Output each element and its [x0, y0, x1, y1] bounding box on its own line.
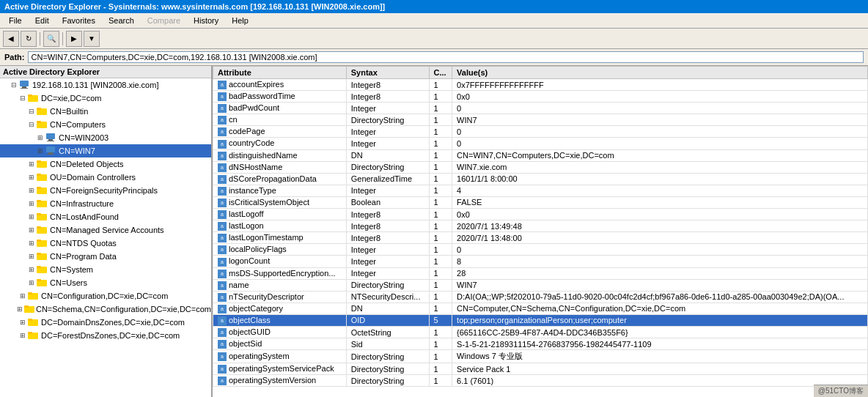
refresh-button[interactable]: ↻ [21, 31, 37, 47]
down-button[interactable]: ▼ [84, 31, 100, 47]
tree-expand-icon[interactable]: ⊞ [18, 330, 28, 341]
svg-text:a: a [221, 200, 224, 205]
tree-item[interactable]: ⊞CN=Program Data [0, 250, 211, 263]
tree-item[interactable]: ⊞CN=Managed Service Accounts [0, 223, 211, 237]
tree-node-icon [37, 185, 48, 196]
toolbar-separator-2 [62, 32, 63, 45]
tree-item-label: 192.168.10.131 [WIN2008.xie.com] [32, 79, 158, 91]
svg-rect-32 [37, 266, 41, 268]
tree-expand-icon[interactable]: ⊞ [35, 133, 45, 143]
table-row[interactable]: acountryCodeInteger10 [213, 138, 868, 149]
tree-item[interactable]: ⊞CN=NTDS Quotas [0, 237, 211, 250]
tree-expand-icon[interactable]: ⊟ [18, 93, 28, 103]
tree-node-icon [37, 159, 48, 169]
tree-item[interactable]: ⊞OU=Domain Controllers [0, 171, 211, 184]
table-row[interactable]: aaccountExpiresInteger810x7FFFFFFFFFFFFF… [213, 79, 868, 91]
menu-item-file[interactable]: File [3, 15, 28, 26]
table-row[interactable]: acodePageInteger10 [213, 126, 868, 138]
table-row[interactable]: aoperatingSystemServicePackDirectoryStri… [213, 363, 868, 375]
table-row[interactable]: anameDirectoryString1WIN7 [213, 279, 868, 291]
table-row[interactable]: amsDS-SupportedEncryption...Integer128 [213, 267, 868, 279]
menu-item-favorites[interactable]: Favorites [56, 15, 101, 26]
tree-expand-icon[interactable]: ⊞ [26, 159, 37, 169]
svg-rect-4 [28, 94, 32, 97]
cell-attribute: aoperatingSystemVersion [213, 375, 347, 387]
table-row[interactable]: acnDirectoryString1WIN7 [213, 114, 868, 126]
tree-item[interactable]: ⊞CN=System [0, 263, 211, 276]
table-row[interactable]: abadPasswordTimeInteger810x0 [213, 91, 868, 103]
tree-expand-icon[interactable]: ⊞ [35, 146, 45, 156]
tree-expand-icon[interactable]: ⊞ [26, 238, 37, 248]
tree-node-icon [37, 119, 48, 130]
tree-item[interactable]: ⊞CN=ForeignSecurityPrincipals [0, 184, 211, 197]
tree-item[interactable]: ⊞CN=Users [0, 276, 211, 289]
tree-item[interactable]: ⊞CN=WIN2003 [0, 131, 211, 144]
search-button[interactable]: 🔍 [43, 31, 59, 47]
cell-attribute: amsDS-SupportedEncryption... [213, 267, 347, 279]
tree-expand-icon[interactable]: ⊞ [18, 317, 28, 327]
table-row[interactable]: aobjectSidSid1S-1-5-21-2189311154-276683… [213, 338, 868, 350]
tree-item[interactable]: ⊞DC=ForestDnsZones,DC=xie,DC=com [0, 329, 211, 342]
back-button[interactable]: ◀ [3, 31, 19, 47]
menu-item-edit[interactable]: Edit [29, 15, 55, 26]
tree-expand-icon[interactable]: ⊞ [26, 212, 37, 222]
table-row[interactable]: aobjectCategoryDN1CN=Computer,CN=Schema,… [213, 303, 868, 314]
tree-expand-icon[interactable]: ⊞ [26, 185, 37, 196]
tree-item-label: DC=DomainDnsZones,DC=xie,DC=com [41, 316, 185, 328]
svg-text:a: a [221, 141, 224, 146]
table-row[interactable]: aoperatingSystemDirectoryString1Windows … [213, 350, 868, 363]
tree-expand-icon[interactable]: ⊟ [26, 119, 37, 130]
tree-item[interactable]: ⊞CN=Infrastructure [0, 197, 211, 210]
cell-count: 1 [429, 244, 452, 256]
table-row[interactable]: anTSecurityDescriptorNTSecurityDescri...… [213, 291, 868, 303]
tree-expand-icon[interactable]: ⊟ [26, 106, 37, 116]
menu-item-search[interactable]: Search [103, 15, 140, 26]
tree-item[interactable]: ⊟CN=Computers [0, 118, 211, 131]
tree-item[interactable]: ⊞CN=LostAndFound [0, 210, 211, 223]
cell-syntax: Integer [346, 244, 429, 256]
cell-count: 1 [429, 256, 452, 267]
table-row[interactable]: adNSHostNameDirectoryString1WIN7.xie.com [213, 161, 868, 173]
tree-expand-icon[interactable]: ⊞ [15, 304, 24, 314]
table-row[interactable]: alocalPolicyFlagsInteger10 [213, 244, 868, 256]
table-row[interactable]: adSCorePropagationDataGeneralizedTime116… [213, 173, 868, 185]
tree-expand-icon[interactable]: ⊞ [26, 278, 37, 288]
cell-count: 1 [429, 79, 452, 91]
table-row[interactable]: ainstanceTypeInteger14 [213, 185, 868, 196]
tree-item[interactable]: ⊞CN=Configuration,DC=xie,DC=com [0, 289, 211, 303]
table-row[interactable]: aisCriticalSystemObjectBoolean1FALSE [213, 196, 868, 208]
tree-item[interactable]: ⊟DC=xie,DC=com [0, 92, 211, 105]
tree-expand-icon[interactable]: ⊞ [26, 251, 37, 261]
table-row[interactable]: abadPwdCountInteger10 [213, 103, 868, 114]
tree-expand-icon[interactable]: ⊞ [26, 198, 37, 209]
table-row[interactable]: aobjectClassOID5top;person;organizationa… [213, 314, 868, 326]
table-row[interactable]: adistinguishedNameDN1CN=WIN7,CN=Computer… [213, 149, 868, 161]
table-row[interactable]: alastLogoffInteger810x0 [213, 209, 868, 220]
tree-expand-icon[interactable]: ⊞ [26, 172, 37, 182]
tree-expand-icon[interactable]: ⊞ [18, 291, 28, 301]
table-row[interactable]: alogonCountInteger18 [213, 256, 868, 267]
cell-value: 0 [452, 126, 868, 138]
tree-expand-icon[interactable]: ⊞ [26, 264, 37, 275]
table-row[interactable]: alastLogonInteger812020/7/1 13:49:48 [213, 220, 868, 232]
table-row[interactable]: alastLogonTimestampInteger812020/7/1 13:… [213, 232, 868, 244]
table-row[interactable]: aobjectGUIDOctetString1{665116CC-25B9-4F… [213, 326, 868, 338]
tree-item[interactable]: ⊞DC=DomainDnsZones,DC=xie,DC=com [0, 316, 211, 329]
table-row[interactable]: aoperatingSystemVersionDirectoryString16… [213, 375, 868, 387]
menu-item-history[interactable]: History [188, 15, 224, 26]
cell-count: 1 [429, 138, 452, 149]
tree-item[interactable]: ⊞CN=Deleted Objects [0, 157, 211, 171]
svg-text:a: a [221, 271, 224, 276]
cell-attribute: adNSHostName [213, 161, 347, 173]
cell-value: 8 [452, 256, 868, 267]
tree-expand-icon[interactable]: ⊞ [26, 225, 37, 235]
tree-item[interactable]: ⊟192.168.10.131 [WIN2008.xie.com] [0, 78, 211, 92]
tree-expand-icon[interactable]: ⊟ [9, 80, 19, 90]
tree-item[interactable]: ⊞CN=Schema,CN=Configuration,DC=xie,DC=co… [0, 303, 211, 316]
tree-item[interactable]: ⊞CN=WIN7 [0, 144, 211, 157]
menu-item-help[interactable]: Help [226, 15, 254, 26]
cell-attribute: aobjectCategory [213, 303, 347, 314]
path-input[interactable] [28, 51, 864, 63]
tree-item[interactable]: ⊟CN=Builtin [0, 105, 211, 118]
forward-button[interactable]: ▶ [66, 31, 82, 47]
